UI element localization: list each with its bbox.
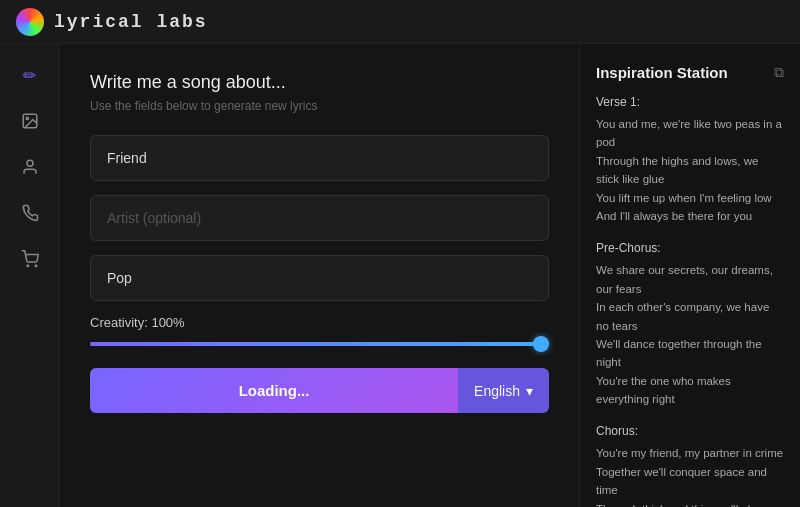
chorus-line-3: Through thick and thin, we'll always shi…: [596, 500, 784, 507]
generate-button[interactable]: Loading...: [90, 368, 458, 413]
chorus-label: Chorus:: [596, 424, 784, 438]
pre-chorus-line-2: In each other's company, we have no tear…: [596, 298, 784, 335]
inspiration-header: Inspiration Station ⧉: [596, 64, 784, 81]
chevron-down-icon: ▾: [526, 383, 533, 399]
main-layout: ✏ Write me a song about... Use the: [0, 44, 800, 507]
verse-1-line-4: And I'll always be there for you: [596, 207, 784, 225]
verse-1-label: Verse 1:: [596, 95, 784, 109]
sidebar-item-edit[interactable]: ✏: [19, 64, 41, 86]
lyrics-verse-1: Verse 1: You and me, we're like two peas…: [596, 95, 784, 225]
slider-track: [90, 342, 549, 346]
slider-fill: [90, 342, 549, 346]
slider-thumb: [533, 336, 549, 352]
genre-input[interactable]: [90, 255, 549, 301]
form-title: Write me a song about...: [90, 72, 549, 93]
sidebar: ✏: [0, 44, 60, 507]
verse-1-line-2: Through the highs and lows, we stick lik…: [596, 152, 784, 189]
sidebar-item-user[interactable]: [19, 156, 41, 178]
chorus-line-2: Together we'll conquer space and time: [596, 463, 784, 500]
svg-point-3: [27, 265, 29, 267]
copy-icon[interactable]: ⧉: [774, 64, 784, 81]
svg-point-4: [35, 265, 37, 267]
app-header: lyrical labs: [0, 0, 800, 44]
inspiration-panel: Inspiration Station ⧉ Verse 1: You and m…: [580, 44, 800, 507]
action-row: Loading... English ▾: [90, 368, 549, 413]
app-title: lyrical labs: [54, 12, 208, 32]
creativity-slider-container[interactable]: [90, 342, 549, 346]
sidebar-item-phone[interactable]: [19, 202, 41, 224]
lyrics-chorus: Chorus: You're my friend, my partner in …: [596, 424, 784, 507]
logo-icon: [16, 8, 44, 36]
pre-chorus-line-3: We'll dance together through the night: [596, 335, 784, 372]
verse-1-line-1: You and me, we're like two peas in a pod: [596, 115, 784, 152]
sidebar-item-image[interactable]: [19, 110, 41, 132]
pre-chorus-line-1: We share our secrets, our dreams, our fe…: [596, 261, 784, 298]
chorus-line-1: You're my friend, my partner in crime: [596, 444, 784, 462]
form-panel: Write me a song about... Use the fields …: [60, 44, 580, 507]
topic-input[interactable]: [90, 135, 549, 181]
verse-1-line-3: You lift me up when I'm feeling low: [596, 189, 784, 207]
pre-chorus-label: Pre-Chorus:: [596, 241, 784, 255]
svg-point-1: [26, 117, 28, 119]
sidebar-item-cart[interactable]: [19, 248, 41, 270]
creativity-label: Creativity: 100%: [90, 315, 549, 330]
inspiration-title: Inspiration Station: [596, 64, 728, 81]
svg-point-2: [27, 160, 33, 166]
artist-input[interactable]: [90, 195, 549, 241]
content-area: Write me a song about... Use the fields …: [60, 44, 800, 507]
lyrics-pre-chorus: Pre-Chorus: We share our secrets, our dr…: [596, 241, 784, 408]
language-label: English: [474, 383, 520, 399]
form-subtitle: Use the fields below to generate new lyr…: [90, 99, 549, 113]
pre-chorus-line-4: You're the one who makes everything righ…: [596, 372, 784, 409]
language-button[interactable]: English ▾: [458, 368, 549, 413]
